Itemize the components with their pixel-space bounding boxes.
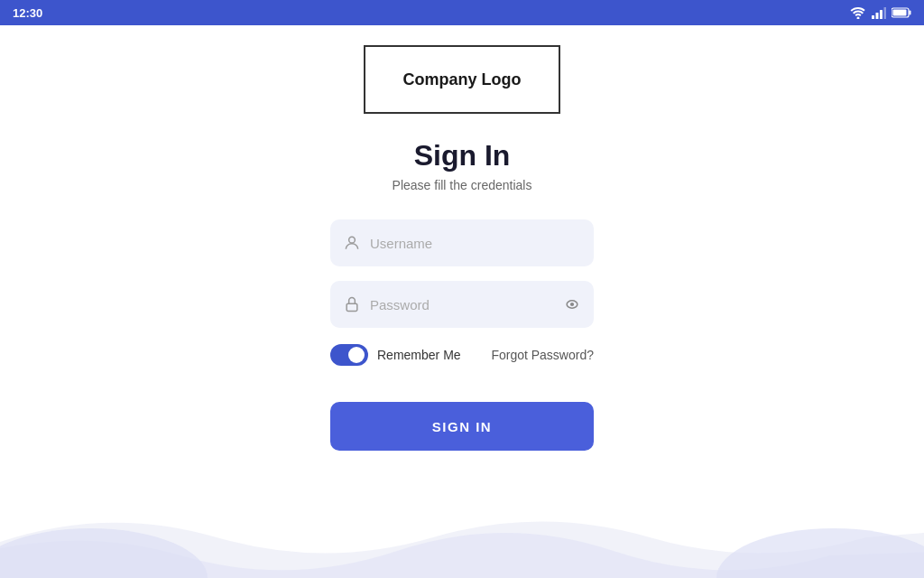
password-input[interactable]	[370, 297, 563, 312]
user-icon	[343, 234, 361, 252]
form-container: Remember Me Forgot Password? SIGN IN	[330, 219, 594, 451]
logo-box: Company Logo	[364, 45, 560, 114]
remember-label: Remember Me	[377, 348, 461, 362]
signin-subtitle: Please fill the credentials	[393, 178, 532, 192]
svg-rect-8	[346, 303, 357, 311]
svg-rect-0	[872, 15, 874, 19]
svg-point-7	[349, 237, 356, 243]
toggle-knob	[348, 347, 365, 363]
svg-rect-1	[876, 13, 879, 19]
status-bar: 12:30	[0, 0, 924, 25]
username-input-wrapper	[330, 219, 594, 266]
lock-icon	[343, 295, 361, 313]
signal-icon	[872, 7, 886, 19]
battery-icon	[892, 7, 911, 18]
signin-title: Sign In	[414, 139, 511, 172]
svg-rect-6	[910, 11, 911, 15]
password-input-wrapper	[330, 281, 594, 328]
svg-rect-5	[893, 10, 907, 16]
remember-row: Remember Me Forgot Password?	[330, 344, 594, 366]
status-icons	[850, 7, 911, 19]
main-content: Company Logo Sign In Please fill the cre…	[0, 25, 924, 578]
logo-text: Company Logo	[403, 70, 522, 89]
svg-rect-3	[884, 7, 887, 19]
wifi-icon	[850, 7, 866, 19]
username-input[interactable]	[370, 236, 581, 251]
forgot-password-link[interactable]: Forgot Password?	[491, 348, 594, 362]
remember-toggle[interactable]	[330, 344, 368, 366]
signin-button[interactable]: SIGN IN	[330, 402, 594, 451]
svg-point-10	[570, 303, 574, 306]
svg-rect-2	[880, 10, 882, 19]
status-time: 12:30	[13, 6, 42, 20]
eye-icon[interactable]	[563, 295, 581, 313]
